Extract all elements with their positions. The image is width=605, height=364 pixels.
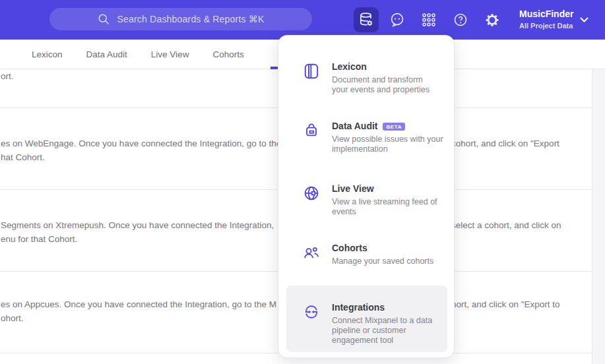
navigation-dropdown-menu: Lexicon Document and transform your even… bbox=[278, 35, 455, 358]
menu-item-title: Live View bbox=[332, 183, 374, 195]
row2-text-line2: hat Cohort. bbox=[1, 152, 45, 162]
menu-item-integrations[interactable]: Integrations Connect Mixpanel to a data … bbox=[303, 302, 452, 346]
menu-item-lexicon[interactable]: Lexicon Document and transform your even… bbox=[303, 61, 452, 95]
page-gutter bbox=[592, 69, 605, 364]
menu-item-data-audit[interactable]: Data Audit BETA View possible issues wit… bbox=[303, 121, 452, 154]
mixpanel-app: ort. es on WebEngage. Once you have conn… bbox=[0, 0, 605, 364]
menu-item-description: View possible issues with your implement… bbox=[332, 135, 452, 154]
search-input[interactable]: Search Dashboards & Reports ⌘K bbox=[49, 8, 312, 30]
menu-item-live-view[interactable]: Live View View a live streaming feed of … bbox=[303, 183, 452, 217]
help-button[interactable] bbox=[453, 12, 468, 28]
settings-button[interactable] bbox=[484, 12, 500, 28]
project-selector[interactable]: MusicFinder All Project Data bbox=[519, 8, 573, 30]
gear-icon bbox=[484, 12, 500, 28]
tab-lexicon[interactable]: Lexicon bbox=[32, 49, 63, 59]
search-icon bbox=[97, 13, 110, 26]
feedback-icon bbox=[389, 12, 405, 28]
row2-text-left: es on WebEngage. Once you have connected… bbox=[1, 138, 281, 148]
integrations-icon bbox=[303, 303, 320, 320]
feedback-button[interactable] bbox=[389, 12, 405, 28]
help-icon bbox=[453, 12, 468, 28]
search-placeholder: Search Dashboards & Reports ⌘K bbox=[117, 14, 264, 24]
row3-text-line2: enu for that Cohort. bbox=[1, 234, 77, 244]
row3-text-left: Segments on Xtremepush. Once you have co… bbox=[1, 220, 274, 230]
apps-grid-icon bbox=[421, 12, 437, 28]
menu-item-cohorts[interactable]: Cohorts Manage your saved cohorts bbox=[303, 243, 452, 266]
tab-cohorts[interactable]: Cohorts bbox=[212, 49, 243, 59]
row4-text-line2: ohort. bbox=[1, 313, 24, 323]
menu-item-description: Document and transform your events and p… bbox=[332, 75, 452, 95]
project-scope: All Project Data bbox=[519, 21, 573, 30]
tab-data-audit[interactable]: Data Audit bbox=[86, 49, 127, 59]
menu-item-title: Lexicon bbox=[332, 61, 367, 73]
live-view-icon bbox=[303, 185, 320, 202]
cohorts-icon bbox=[303, 244, 320, 261]
menu-item-title: Data Audit bbox=[332, 121, 377, 132]
row4-text-left: es on Appcues. Once you have connected t… bbox=[1, 299, 276, 309]
menu-item-title: Integrations bbox=[332, 302, 385, 313]
tab-live-view[interactable]: Live View bbox=[151, 49, 189, 59]
data-management-icon bbox=[358, 11, 375, 28]
project-name: MusicFinder bbox=[519, 8, 573, 20]
chevron-down-icon[interactable] bbox=[579, 16, 589, 23]
menu-item-description: Connect Mixpanel to a data pipeline or c… bbox=[332, 316, 452, 346]
lexicon-icon bbox=[303, 63, 320, 80]
row4-text-right: hort, and click on "Export to bbox=[451, 299, 560, 309]
data-audit-icon bbox=[303, 122, 320, 139]
menu-item-title: Cohorts bbox=[332, 243, 367, 254]
top-nav-bar: Search Dashboards & Reports ⌘K bbox=[0, 0, 605, 40]
menu-item-description: View a live streaming feed of events bbox=[332, 197, 452, 217]
menu-item-description: Manage your saved cohorts bbox=[332, 257, 452, 266]
row3-text-right: select a cohort, and click on bbox=[451, 220, 561, 230]
beta-badge: BETA bbox=[383, 123, 405, 131]
row1-text: ort. bbox=[1, 71, 14, 81]
row2-text-right: cohort, and click on "Export bbox=[451, 138, 559, 148]
apps-grid-button[interactable] bbox=[421, 12, 437, 28]
data-management-button[interactable] bbox=[354, 7, 379, 32]
